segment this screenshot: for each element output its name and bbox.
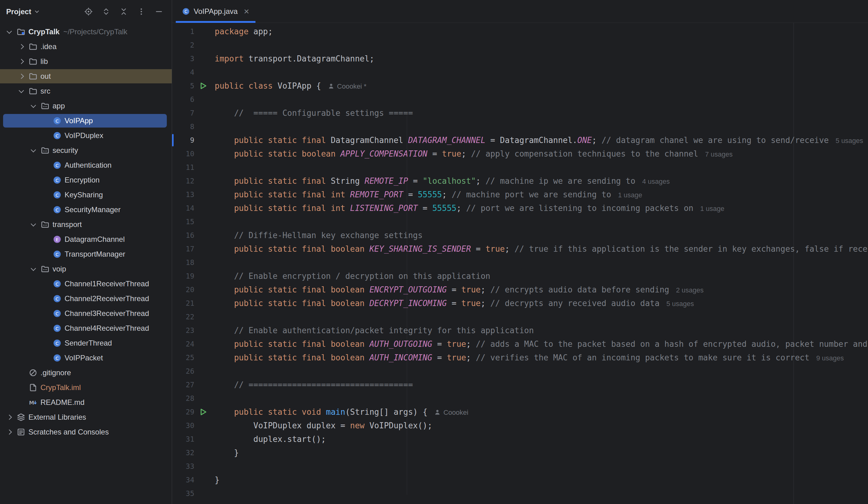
tree-item-lib[interactable]: lib [0,54,172,69]
tree-item-out[interactable]: out [0,69,172,84]
tree-item-securitymanager[interactable]: CSecurityManager [0,202,172,217]
tree-item-scratches-and-consoles[interactable]: Scratches and Consoles [0,424,172,440]
line-number: 19 [172,269,194,283]
chevron-down-icon[interactable] [31,221,36,227]
tree-item-authentication[interactable]: CAuthentication [0,158,172,172]
keyword: package [215,27,249,36]
code-line-text [211,38,215,52]
tree-item-keysharing[interactable]: CKeySharing [0,188,172,202]
chevron-down-icon[interactable] [31,266,36,271]
svg-text:C: C [55,207,59,213]
tree-item-channel3receiverthread[interactable]: CChannel3ReceiverThread [0,306,172,321]
code-line-text: public class VoIPApp { Coookei * [211,79,366,93]
comment: // ================================== [234,380,413,389]
line-number: 20 [172,283,194,296]
code-text: ; [466,353,476,362]
expand-all-icon[interactable] [102,8,110,16]
tree-item-voipapp[interactable]: CVoIPApp [0,113,172,128]
tab-label: VoIPApp.java [194,7,238,16]
close-icon[interactable]: × [244,7,249,16]
class-icon: C [53,176,61,185]
line-number: 5 [172,79,194,93]
line-number: 28 [172,391,194,405]
comment: // Enable encryption / decryption on thi… [234,272,490,281]
tree-item-channel4receiverthread[interactable]: CChannel4ReceiverThread [0,321,172,336]
code-text: ; [466,339,476,349]
run-icon[interactable] [199,82,207,90]
tree-item-cryptalk[interactable]: CrypTalk~/Projects/CrypTalk [0,24,172,39]
tab-voipapp-java[interactable]: C VoIPApp.java × [176,0,256,22]
tree-item-transportmanager[interactable]: CTransportManager [0,247,172,262]
tree-item-label: README.md [40,398,85,407]
code-editor[interactable]: 1package app;23import transport.Datagram… [172,23,868,504]
tree-item-voippacket[interactable]: CVoIPPacket [0,350,172,365]
code-line-text: public static final boolean AUTH_INCOMIN… [211,351,844,365]
usages-inlay-hint: 1 usage [700,205,724,212]
more-icon[interactable] [137,8,145,16]
chevron-down-icon[interactable] [7,29,12,34]
comment: // Diffie-Hellman key exchange settings [234,231,423,240]
code-text [215,108,234,118]
chevron-right-icon[interactable] [7,415,12,420]
chevron-right-icon[interactable] [7,430,12,435]
code-text: ; [480,285,490,294]
chevron-right-icon[interactable] [19,59,24,64]
code-text [215,176,234,186]
class-icon: C [53,294,61,303]
constant-name: REMOTE_PORT [350,190,403,199]
keyword: public static final boolean [234,353,365,362]
constant-name: KEY_SHARING_IS_SENDER [370,244,471,253]
code-text: ; [456,203,466,213]
tree-item-idea[interactable]: .idea [0,39,172,54]
package-icon [41,102,49,110]
collapse-all-icon[interactable] [120,8,128,16]
locate-icon[interactable] [84,8,93,16]
usages-inlay-hint: 7 usages [705,150,732,158]
tree-item-app[interactable]: app [0,98,172,113]
code-line-text: // ===== Configurable settings ===== [211,106,413,120]
code-line: 25 public static final boolean AUTH_INCO… [172,351,868,365]
usages-inlay-hint: 5 usages [666,300,694,307]
class-icon: C [53,116,61,125]
tree-item-src[interactable]: src [0,84,172,98]
tree-item-voip[interactable]: voip [0,262,172,276]
code-text [215,353,234,362]
tree-item-security[interactable]: security [0,143,172,158]
hide-icon[interactable] [155,8,163,16]
chevron-down-icon[interactable] [19,88,24,93]
line-number: 6 [172,93,194,106]
chevron-right-icon[interactable] [19,44,24,50]
usages-inlay-hint: 5 usages [836,137,863,145]
code-line-text: public static boolean APPLY_COMPENSATION… [211,147,733,160]
usages-inlay-hint: 4 usages [642,178,670,185]
tree-item-label: security [52,146,78,155]
chevron-down-icon[interactable] [31,147,36,153]
line-number: 30 [172,419,194,432]
tree-item-datagramchannel[interactable]: EDatagramChannel [0,232,172,247]
tree-item-channel2receiverthread[interactable]: CChannel2ReceiverThread [0,291,172,306]
tree-item-encryption[interactable]: CEncryption [0,172,172,188]
constant-name: AUTH_OUTGOING [370,339,433,349]
code-line-text: public static final int REMOTE_PORT = 55… [211,188,642,201]
code-text: = DatagramChannel. [486,136,577,145]
tree-item-transport[interactable]: transport [0,217,172,232]
code-text: (String[] args) { [345,407,433,417]
code-text: ; [476,176,485,186]
code-line: 26 [172,365,868,378]
code-text: ; [592,136,601,145]
chevron-down-icon[interactable] [31,103,36,108]
chevron-right-icon[interactable] [19,74,24,79]
tree-item-external-libraries[interactable]: External Libraries [0,410,172,424]
tree-item-gitignore[interactable]: .gitignore [0,365,172,380]
iml-icon [29,383,38,392]
tree-item-cryptalk-iml[interactable]: CrypTalk.iml [0,380,172,395]
comment: // machine ip we are sending to [486,176,636,186]
keyword: public static final [234,176,326,186]
tree-item-readme-md[interactable]: MREADME.md [0,395,172,410]
tree-item-voipduplex[interactable]: CVoIPDuplex [0,128,172,143]
tree-item-senderthread[interactable]: CSenderThread [0,336,172,350]
run-icon[interactable] [199,408,207,416]
tree-item-channel1receiverthread[interactable]: CChannel1ReceiverThread [0,276,172,291]
project-view-selector[interactable]: Project [6,8,38,16]
svg-text:C: C [55,296,59,302]
